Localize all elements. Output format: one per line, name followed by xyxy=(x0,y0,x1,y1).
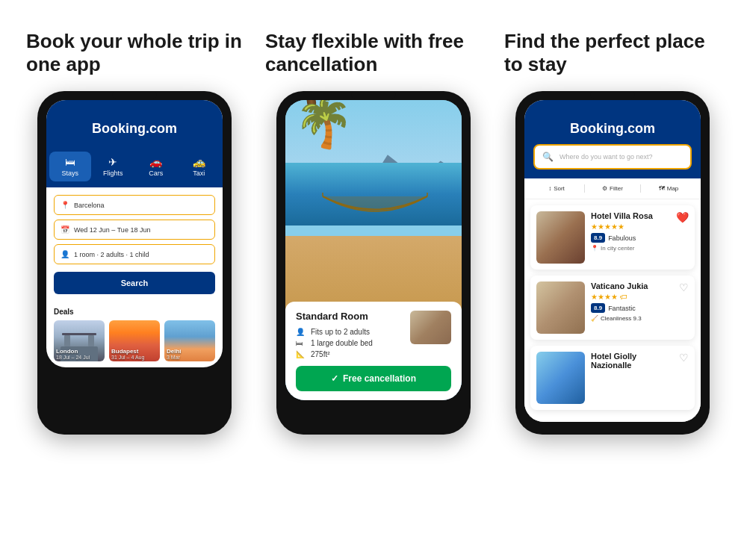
hotel-stars-2: ★★★★ 🏷 xyxy=(591,293,648,301)
guests-field[interactable]: 👤 1 room · 2 adults · 1 child xyxy=(54,244,215,264)
room-thumbnail xyxy=(410,311,451,344)
london-dates: 18 Jul – 24 Jul xyxy=(56,355,102,360)
hotel-img-2 xyxy=(536,281,585,334)
phone-screen-3: Booking.com 🔍 Where do you want to go ne… xyxy=(524,100,701,422)
nav-tab-taxi[interactable]: 🚕 Taxi xyxy=(179,152,220,181)
hotel-stars-1: ★★★★★ xyxy=(591,223,653,231)
headline-3: Find the perfect place to stay xyxy=(504,30,721,76)
nav-tab-stays[interactable]: 🛏 Stays xyxy=(49,152,91,181)
taxi-icon: 🚕 xyxy=(193,156,205,168)
deal-london[interactable]: London 18 Jul – 24 Jul xyxy=(54,320,105,361)
hotel-img-3 xyxy=(536,352,585,404)
hotel-img-1 xyxy=(536,211,585,264)
hotel-card-2[interactable]: Vaticano Jukia ★★★★ 🏷 8.9 Fantastic xyxy=(530,276,695,340)
map-icon: 🗺 xyxy=(659,185,665,192)
phone-1: Booking.com 🛏 Stays ✈ Flights 🚗 Cars 🚕 xyxy=(37,91,232,435)
destination-field[interactable]: 📍 Barcelona xyxy=(54,195,215,215)
hotel-name-2: Vaticano Jukia xyxy=(591,281,648,290)
phone-notch-1 xyxy=(112,91,157,99)
location-text-1: In city center xyxy=(601,245,634,252)
dates-value: Wed 12 Jun – Tue 18 Jun xyxy=(74,226,150,234)
booking-header: Booking.com xyxy=(46,100,223,152)
clean-icon: 🧹 xyxy=(591,315,598,322)
phone-screen-2: 🌴 Standard Room 👤 Fits up to 2 adults xyxy=(285,100,462,400)
london-label: London 18 Jul – 24 Jul xyxy=(56,348,102,360)
hotel-card-3[interactable]: Hotel Giolly Nazionalle ♡ xyxy=(530,346,695,410)
filter-label: Filter xyxy=(610,185,623,192)
nav-tab-flights[interactable]: ✈ Flights xyxy=(93,152,134,181)
adults-text: Fits up to 2 adults xyxy=(311,328,370,336)
phone-notch-3 xyxy=(590,91,635,99)
nav-tab-cars[interactable]: 🚗 Cars xyxy=(135,152,177,181)
hotel-rating-2: 8.9 Fantastic xyxy=(591,303,648,313)
cleanliness-text: Cleanliness 9.3 xyxy=(601,315,642,322)
filter-bar: ↕ Sort ⚙ Filter 🗺 Map xyxy=(524,178,701,199)
hotel-card-1[interactable]: Hotel Villa Rosa ★★★★★ 8.9 Fabulous 📍 In… xyxy=(530,205,695,270)
flights-icon: ✈ xyxy=(108,156,117,168)
phone-screen-1: Booking.com 🛏 Stays ✈ Flights 🚗 Cars 🚕 xyxy=(46,100,223,367)
taxi-label: Taxi xyxy=(193,169,205,177)
phone-3: Booking.com 🔍 Where do you want to go ne… xyxy=(515,91,710,435)
bed-icon: 🛏 xyxy=(296,339,306,347)
cars-label: Cars xyxy=(149,169,163,177)
heart-icon-2[interactable]: ♡ xyxy=(679,281,689,293)
budapest-label: Budapest 31 Jul – 4 Aug xyxy=(111,348,158,360)
divider-1 xyxy=(584,184,585,193)
headline-1: Book your whole trip in one app xyxy=(26,30,243,76)
calendar-icon: 📅 xyxy=(61,225,69,234)
adults-icon: 👤 xyxy=(296,328,306,336)
destination-value: Barcelona xyxy=(74,202,105,209)
sort-icon: ↕ xyxy=(548,185,551,192)
deal-delhi[interactable]: Delhi 3 Mar xyxy=(164,320,215,361)
hotel-name-1: Hotel Villa Rosa xyxy=(591,211,653,220)
sort-button[interactable]: ↕ Sort xyxy=(532,183,581,194)
hotel-card-3-main: Hotel Giolly Nazionalle ♡ xyxy=(530,346,695,410)
deal-budapest[interactable]: Budapest 31 Jul – 4 Aug xyxy=(109,320,160,361)
room-card: Standard Room 👤 Fits up to 2 adults 🛏 1 … xyxy=(285,302,462,400)
size-icon: 📐 xyxy=(296,350,306,358)
free-cancellation-button[interactable]: ✓ Free cancellation xyxy=(296,366,451,391)
search-form: 📍 Barcelona 📅 Wed 12 Jun – Tue 18 Jun 👤 … xyxy=(46,187,223,302)
beach-scene: 🌴 xyxy=(285,100,462,309)
column-1: Book your whole trip in one app Booking.… xyxy=(15,30,254,435)
phone-2: 🌴 Standard Room 👤 Fits up to 2 adults xyxy=(276,91,471,435)
room-feature-size: 📐 275ft² xyxy=(296,350,451,358)
budapest-dates: 31 Jul – 4 Aug xyxy=(111,355,158,360)
search-bar[interactable]: 🔍 Where do you want to go next? xyxy=(533,144,692,169)
delhi-dates: 3 Mar xyxy=(167,355,213,360)
heart-icon-3[interactable]: ♡ xyxy=(679,352,689,364)
nav-tabs: 🛏 Stays ✈ Flights 🚗 Cars 🚕 Taxi xyxy=(46,152,223,187)
divider-2 xyxy=(640,184,641,193)
heart-icon-1[interactable]: ❤️ xyxy=(676,211,689,223)
dates-field[interactable]: 📅 Wed 12 Jun – Tue 18 Jun xyxy=(54,220,215,240)
person-icon: 👤 xyxy=(61,250,69,258)
filter-button[interactable]: ⚙ Filter xyxy=(588,183,637,194)
guests-value: 1 room · 2 adults · 1 child xyxy=(74,251,149,258)
delhi-label: Delhi 3 Mar xyxy=(167,348,213,360)
rating-badge-2: 8.9 xyxy=(591,303,605,313)
size-text: 275ft² xyxy=(311,350,330,358)
hotel-info-3: Hotel Giolly Nazionalle ♡ xyxy=(591,352,689,404)
cleanliness-row: 🧹 Cleanliness 9.3 xyxy=(591,315,648,322)
map-label: Map xyxy=(667,185,679,192)
deals-row: London 18 Jul – 24 Jul Budapest 31 Jul –… xyxy=(54,320,215,361)
hotel-name-3: Hotel Giolly Nazionalle xyxy=(591,352,679,370)
phone-notch-2 xyxy=(351,91,396,99)
headline-2: Stay flexible with free cancellation xyxy=(265,30,482,76)
search-button[interactable]: Search xyxy=(54,272,215,294)
sort-label: Sort xyxy=(554,185,565,192)
hotel-header: Booking.com 🔍 Where do you want to go ne… xyxy=(524,100,701,178)
deals-section: Deals London 18 xyxy=(46,302,223,367)
hotel-rating-1: 8.9 Fabulous xyxy=(591,233,653,243)
search-icon: 🔍 xyxy=(542,152,554,162)
search-placeholder: Where do you want to go next? xyxy=(560,153,653,161)
location-icon: 📍 xyxy=(61,201,69,209)
booking-logo-3: Booking.com xyxy=(533,121,692,137)
map-button[interactable]: 🗺 Map xyxy=(644,183,693,194)
hotel-card-2-main: Vaticano Jukia ★★★★ 🏷 8.9 Fantastic xyxy=(530,276,695,340)
sand xyxy=(285,236,462,309)
hotel-info-1: Hotel Villa Rosa ★★★★★ 8.9 Fabulous 📍 In… xyxy=(591,211,689,264)
stays-icon: 🛏 xyxy=(65,156,75,168)
free-cancel-label: Free cancellation xyxy=(343,373,416,384)
cars-icon: 🚗 xyxy=(149,156,162,168)
